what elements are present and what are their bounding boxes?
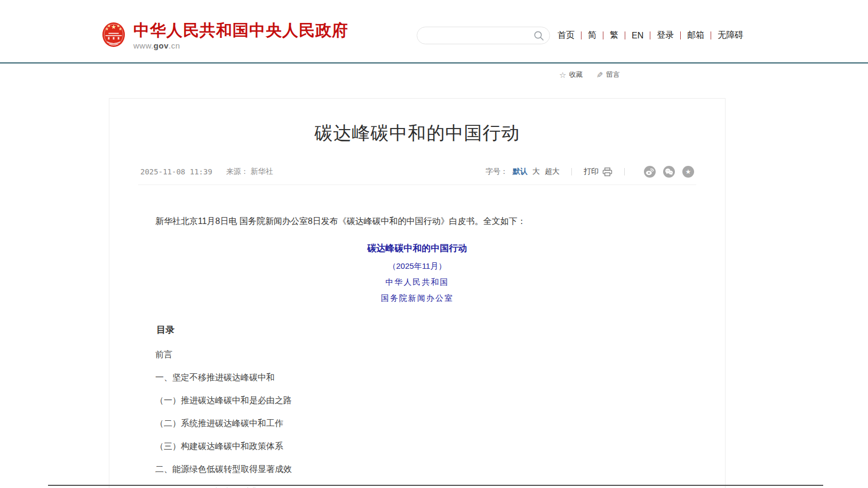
nav-divider xyxy=(650,31,650,39)
font-size-default[interactable]: 默认 xyxy=(513,167,528,177)
wechat-share-icon[interactable] xyxy=(663,166,675,178)
publish-date: 2025-11-08 11:39 xyxy=(140,167,212,176)
document-date: （2025年11月） xyxy=(138,261,696,271)
nav-traditional[interactable]: 繁 xyxy=(610,30,618,41)
nav-divider xyxy=(711,31,711,39)
star-glyph: ★ xyxy=(686,168,691,175)
nav-simplified[interactable]: 简 xyxy=(588,30,596,41)
top-nav: 首页 简 繁 EN 登录 邮箱 无障碍 xyxy=(558,30,743,41)
toc-item: 二、能源绿色低碳转型取得显著成效 xyxy=(138,465,696,474)
toc-item: 前言 xyxy=(138,350,696,359)
weibo-share-icon[interactable] xyxy=(644,166,656,178)
toc-item: 一、坚定不移推进碳达峰碳中和 xyxy=(138,373,696,382)
nav-divider xyxy=(581,31,582,39)
lead-paragraph: 新华社北京11月8日电 国务院新闻办公室8日发布《碳达峰碳中和的中国行动》白皮书… xyxy=(138,214,696,228)
article-meta-row: 2025-11-08 11:39 来源： 新华社 字号： 默认 大 超大 打印 xyxy=(138,166,696,185)
brand-text: 中华人民共和国中央人民政府 www.gov.cn xyxy=(133,21,348,50)
article-card: 碳达峰碳中和的中国行动 2025-11-08 11:39 来源： 新华社 字号：… xyxy=(109,98,726,488)
site-header: 中华人民共和国中央人民政府 www.gov.cn 首页 简 繁 EN 登录 邮箱… xyxy=(0,0,868,63)
url-bold: gov xyxy=(154,41,169,50)
nav-divider xyxy=(680,31,681,39)
nav-accessibility[interactable]: 无障碍 xyxy=(718,30,743,41)
nav-divider xyxy=(603,31,603,39)
comment-button[interactable]: ✎ 留言 xyxy=(596,70,620,79)
document-title: 碳达峰碳中和的中国行动 xyxy=(138,242,696,254)
url-prefix: www. xyxy=(133,41,154,50)
font-size-large[interactable]: 大 xyxy=(532,167,540,177)
meta-toolbar: 字号： 默认 大 超大 打印 xyxy=(485,166,694,178)
comment-label: 留言 xyxy=(606,70,620,79)
toolbar-divider xyxy=(571,168,572,175)
page: 中华人民共和国中央人民政府 www.gov.cn 首页 简 繁 EN 登录 邮箱… xyxy=(0,0,868,488)
font-size-xlarge[interactable]: 超大 xyxy=(545,167,560,177)
national-emblem-icon xyxy=(101,21,126,48)
pencil-icon: ✎ xyxy=(596,71,603,79)
favorite-label: 收藏 xyxy=(569,70,583,79)
nav-mail[interactable]: 邮箱 xyxy=(687,30,704,41)
print-button[interactable]: 打印 xyxy=(584,167,612,177)
favorite-button[interactable]: ☆ 收藏 xyxy=(559,70,583,79)
font-size-label: 字号： xyxy=(485,167,508,177)
toc-item: （三）构建碳达峰碳中和政策体系 xyxy=(138,442,696,451)
nav-login[interactable]: 登录 xyxy=(657,30,674,41)
print-label: 打印 xyxy=(584,167,599,177)
document-org-office: 国务院新闻办公室 xyxy=(138,293,696,303)
share-icons: ★ xyxy=(636,166,694,178)
search-box xyxy=(417,27,550,44)
article-title: 碳达峰碳中和的中国行动 xyxy=(138,121,696,146)
header-divider xyxy=(0,62,868,63)
nav-divider xyxy=(625,31,625,39)
document-org-country: 中华人民共和国 xyxy=(138,277,696,287)
toc-item: （一）推进碳达峰碳中和是必由之路 xyxy=(138,396,696,405)
nav-home[interactable]: 首页 xyxy=(558,30,575,41)
site-logo[interactable]: 中华人民共和国中央人民政府 www.gov.cn xyxy=(101,21,348,50)
toolbar-divider xyxy=(624,168,625,175)
nav-english[interactable]: EN xyxy=(632,31,643,41)
search-icon[interactable] xyxy=(533,30,545,42)
toc-item: （二）系统推进碳达峰碳中和工作 xyxy=(138,419,696,428)
quick-actions: ☆ 收藏 ✎ 留言 xyxy=(559,70,634,79)
meta-left: 2025-11-08 11:39 来源： 新华社 xyxy=(140,167,273,177)
site-url: www.gov.cn xyxy=(133,41,348,50)
viewport-bottom-divider xyxy=(48,485,823,486)
star-icon: ☆ xyxy=(559,71,566,79)
more-share-icon[interactable]: ★ xyxy=(682,166,694,178)
site-title: 中华人民共和国中央人民政府 xyxy=(133,21,348,39)
source-value: 新华社 xyxy=(251,167,273,177)
search-input[interactable] xyxy=(417,27,533,44)
source-label: 来源： xyxy=(226,167,249,177)
toc-title: 目录 xyxy=(138,324,696,336)
url-suffix: .cn xyxy=(169,41,180,50)
printer-icon xyxy=(602,167,612,177)
